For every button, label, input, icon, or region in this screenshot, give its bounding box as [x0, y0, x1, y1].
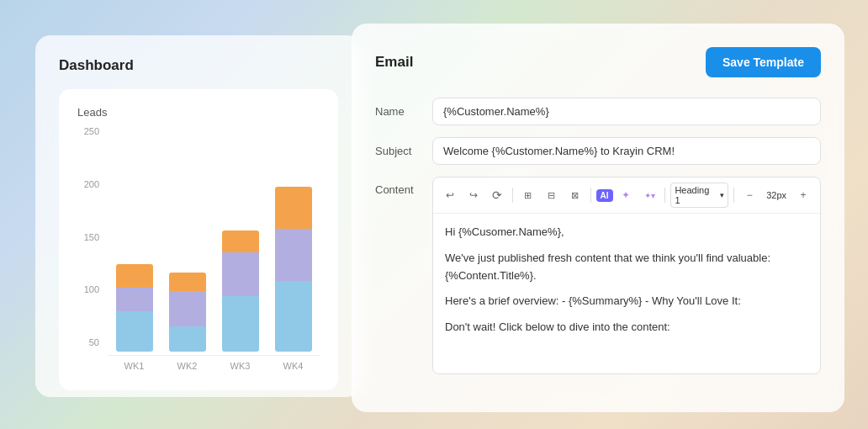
editor-wrapper: ↩ ↪ ⟳ ⊞ ⊟ ⊠ AI ✦ ✦▾ Heading 1 ▾ − 3 [432, 177, 821, 374]
bar-blue-wk4 [275, 281, 312, 352]
x-label-wk4: WK4 [275, 361, 312, 371]
editor-content[interactable]: Hi {%Cusomer.Name%}, We've just publishe… [433, 214, 820, 373]
history-button[interactable]: ⟳ [487, 185, 507, 205]
bar-stack-wk2 [169, 273, 206, 352]
bar-orange-wk2 [169, 273, 206, 291]
y-tick-200: 200 [84, 180, 99, 189]
heading-label: Heading 1 [675, 185, 717, 205]
bar-stack-wk4 [275, 187, 312, 352]
bar-blue-wk3 [222, 296, 259, 352]
name-label: Name [375, 105, 432, 118]
editor-toolbar: ↩ ↪ ⟳ ⊞ ⊟ ⊠ AI ✦ ✦▾ Heading 1 ▾ − 3 [433, 177, 820, 214]
dashboard-title: Dashboard [59, 57, 338, 74]
bar-purple-wk1 [116, 288, 153, 311]
subject-label: Subject [375, 145, 432, 157]
email-panel-title: Email [375, 54, 413, 71]
bar-orange-wk4 [275, 187, 312, 229]
redo-button[interactable]: ↪ [463, 185, 484, 205]
heading-selector[interactable]: Heading 1 ▾ [670, 183, 728, 208]
bar-purple-wk2 [169, 291, 206, 326]
name-input[interactable] [432, 98, 821, 125]
content-line-4: Don't wait! Click below to dive into the… [445, 319, 808, 336]
y-tick-150: 150 [84, 233, 99, 242]
content-group: Content ↩ ↪ ⟳ ⊞ ⊟ ⊠ AI ✦ ✦▾ Heading 1 ▾ [375, 177, 821, 374]
magic-extra-button[interactable]: ✦▾ [639, 185, 659, 205]
bar-orange-wk3 [222, 230, 259, 252]
chart-card: Leads 250 200 150 100 50 [59, 89, 338, 390]
bar-blue-wk2 [169, 326, 206, 352]
x-labels: WK1 WK2 WK3 WK4 [108, 356, 320, 371]
increase-size-button[interactable]: + [793, 185, 813, 205]
chart-area: 250 200 150 100 50 [77, 127, 320, 371]
bars-area: WK1 WK2 WK3 WK4 [108, 127, 320, 371]
font-size-value: 32px [766, 190, 786, 200]
paste-button[interactable]: ⊟ [542, 185, 562, 205]
dashboard-card: Dashboard Leads 250 200 150 100 50 [35, 35, 362, 397]
copy-format-button[interactable]: ⊞ [518, 185, 538, 205]
y-axis: 250 200 150 100 50 [77, 127, 108, 371]
font-size-display: 32px [763, 188, 790, 202]
bar-stack-wk1 [116, 264, 153, 352]
toolbar-divider-1 [512, 188, 513, 203]
content-line-2: We've just published fresh content that … [445, 250, 808, 285]
x-label-wk2: WK2 [169, 361, 206, 371]
heading-chevron-icon: ▾ [720, 191, 724, 199]
toolbar-divider-4 [733, 188, 734, 203]
chart-label: Leads [77, 106, 320, 119]
x-label-wk3: WK3 [222, 361, 259, 371]
bar-blue-wk1 [116, 311, 153, 352]
content-line-1: Hi {%Cusomer.Name%}, [445, 224, 808, 241]
bars-container [108, 127, 320, 356]
content-label: Content [375, 177, 432, 196]
bar-group-wk1 [116, 264, 153, 352]
decrease-size-button[interactable]: − [739, 185, 760, 205]
bar-purple-wk4 [275, 229, 312, 281]
subject-input[interactable] [432, 137, 821, 165]
bar-group-wk2 [169, 273, 206, 352]
email-panel: Email Save Template Name Subject Content… [352, 24, 844, 412]
bar-stack-wk3 [222, 230, 259, 352]
save-template-button[interactable]: Save Template [706, 47, 821, 77]
x-label-wk1: WK1 [116, 361, 153, 371]
subject-group: Subject [375, 137, 821, 165]
toolbar-divider-3 [664, 188, 665, 203]
y-tick-50: 50 [89, 338, 99, 347]
y-tick-100: 100 [84, 285, 99, 294]
bar-group-wk4 [275, 187, 312, 352]
toolbar-divider-2 [590, 188, 591, 203]
undo-button[interactable]: ↩ [440, 185, 460, 205]
name-group: Name [375, 98, 821, 125]
ai-badge[interactable]: AI [596, 189, 613, 202]
bar-orange-wk1 [116, 264, 153, 288]
content-line-3: Here's a brief overview: - {%Summary%} -… [445, 293, 808, 310]
clear-format-button[interactable]: ⊠ [565, 185, 585, 205]
email-header: Email Save Template [375, 47, 821, 77]
bar-group-wk3 [222, 230, 259, 352]
magic-button[interactable]: ✦ [617, 185, 637, 205]
bar-purple-wk3 [222, 252, 259, 296]
y-tick-250: 250 [84, 127, 99, 136]
